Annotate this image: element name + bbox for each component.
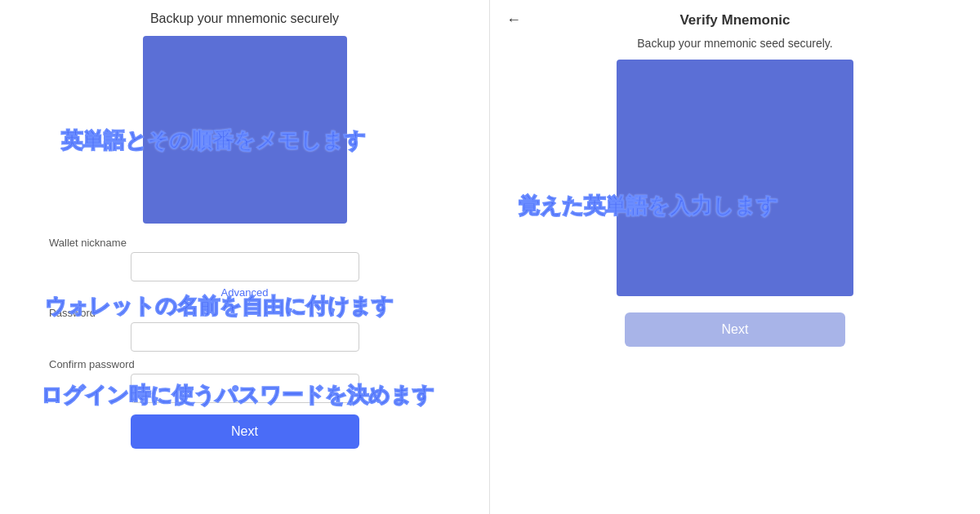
right-header: ← Verify Mnemonic [490,0,980,37]
advanced-link[interactable]: Advanced [221,286,269,299]
left-title: Backup your mnemonic securely [150,11,339,26]
right-title: Verify Mnemonic [529,12,941,29]
confirm-password-label: Confirm password [49,358,135,370]
right-next-button[interactable]: Next [625,312,845,347]
wallet-nickname-input[interactable] [131,252,359,281]
backup-subtitle: Backup your mnemonic seed securely. [490,37,980,50]
confirm-password-input[interactable] [131,374,359,403]
password-label: Password [49,307,96,319]
left-panel: Backup your mnemonic securely Wallet nic… [0,0,490,514]
wallet-nickname-label: Wallet nickname [49,237,127,249]
mnemonic-image-box [143,36,347,224]
left-next-button[interactable]: Next [131,414,359,449]
verify-mnemonic-box [617,60,853,296]
password-input[interactable] [131,322,359,352]
back-arrow-icon[interactable]: ← [506,11,521,29]
right-panel: ← Verify Mnemonic Backup your mnemonic s… [490,0,980,514]
